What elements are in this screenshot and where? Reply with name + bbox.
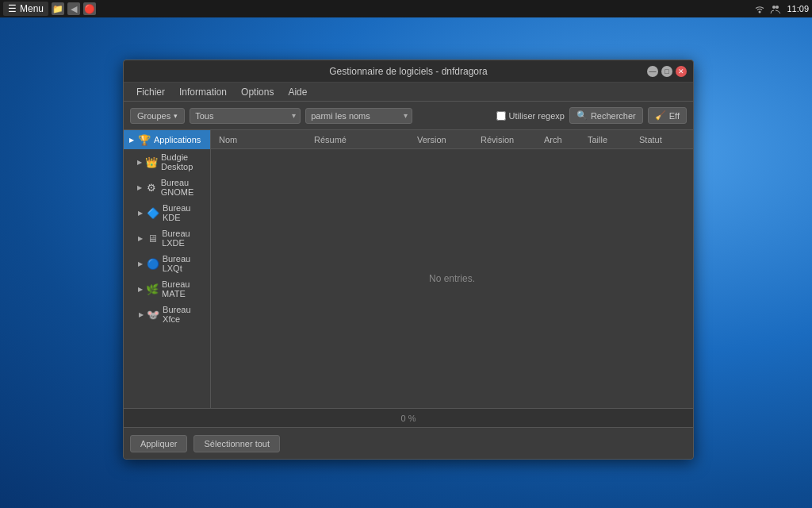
- close-button[interactable]: ✕: [676, 66, 687, 77]
- col-header-statut[interactable]: Statut: [634, 135, 690, 144]
- sidebar-item-label-gnome: Bureau GNOME: [161, 178, 207, 197]
- menubar: Fichier Information Options Aide: [124, 83, 693, 102]
- sidebar-item-kde[interactable]: ▶ 🔷 Bureau KDE: [124, 200, 210, 225]
- window-titlebar: Gestionnaire de logiciels - dnfdragora —…: [124, 60, 693, 83]
- expand-arrow-lxqt-icon: ▶: [136, 259, 145, 268]
- groups-chevron-icon: ▾: [174, 112, 178, 120]
- expand-arrow-lxde-icon: ▶: [136, 233, 144, 243]
- search-label: Rechercher: [591, 111, 636, 121]
- expand-arrow-xfce-icon: ▶: [136, 310, 145, 319]
- taskbar-time: 11:09: [787, 4, 809, 13]
- expand-arrow-mate-icon: ▶: [136, 284, 144, 294]
- expand-arrow-icon: ▶: [127, 135, 136, 144]
- progress-text: 0 %: [401, 414, 416, 423]
- sidebar-item-label-xfce: Bureau Xfce: [163, 305, 207, 324]
- gnome-icon: ⚙: [145, 181, 158, 194]
- regex-label: Utiliser regexp: [509, 111, 565, 121]
- search-button[interactable]: 🔍 Rechercher: [569, 107, 643, 124]
- groups-dropdown-button[interactable]: Groupes ▾: [130, 108, 185, 124]
- sidebar-item-mate[interactable]: ▶ 🌿 Bureau MATE: [124, 276, 210, 302]
- menu-label: Menu: [20, 3, 44, 14]
- svg-point-0: [759, 11, 761, 13]
- files-icon: 📁: [52, 4, 63, 14]
- toolbar: Groupes ▾ Tous Installés Non installés M…: [124, 102, 693, 130]
- groups-label: Groupes: [137, 111, 170, 121]
- taskbar-right: 11:09: [753, 2, 809, 15]
- lxde-icon: 🖥: [146, 232, 159, 244]
- expand-arrow-gnome-icon: ▶: [136, 183, 144, 192]
- taskbar-left: ☰ Menu 📁 ◀ 🔴: [3, 2, 96, 16]
- svg-point-1: [772, 6, 776, 9]
- menu-aide[interactable]: Aide: [282, 85, 313, 99]
- app-icon: 🔴: [84, 4, 95, 14]
- taskbar-back-icon[interactable]: ◀: [67, 2, 80, 15]
- search-type-wrapper: parmi les noms parmi les résumés parmi l…: [305, 108, 412, 124]
- taskbar-app-icon[interactable]: 🔴: [83, 2, 96, 15]
- col-header-taille[interactable]: Taille: [583, 135, 634, 144]
- sidebar-item-label-budgie: Budgie Desktop: [161, 152, 207, 171]
- clear-label: Eff: [669, 111, 680, 121]
- sidebar-item-gnome[interactable]: ▶ ⚙ Bureau GNOME: [124, 175, 210, 200]
- applications-icon: 🏆: [138, 133, 151, 146]
- menu-options[interactable]: Options: [235, 85, 280, 99]
- taskbar-files-icon[interactable]: 📁: [52, 2, 64, 15]
- col-header-resume[interactable]: Résumé: [309, 135, 412, 144]
- sidebar-item-label-mate: Bureau MATE: [162, 279, 207, 298]
- clear-icon: 🧹: [655, 110, 666, 121]
- apply-button[interactable]: Appliquer: [130, 435, 187, 452]
- empty-message: No entries.: [429, 273, 475, 284]
- sidebar-item-label-lxqt: Bureau LXQt: [163, 254, 207, 273]
- col-header-nom[interactable]: Nom: [214, 135, 309, 144]
- budgie-icon: 👑: [145, 156, 158, 168]
- column-headers: Nom Résumé Version Révision Arch Taille …: [211, 130, 693, 149]
- status-bar: 0 %: [124, 408, 693, 427]
- col-header-revision[interactable]: Révision: [476, 135, 539, 144]
- minimize-button[interactable]: —: [647, 66, 658, 77]
- sidebar-item-lxqt[interactable]: ▶ 🔵 Bureau LXQt: [124, 251, 210, 276]
- mate-icon: 🌿: [146, 283, 159, 295]
- sidebar-item-label-kde: Bureau KDE: [163, 203, 207, 222]
- taskbar: ☰ Menu 📁 ◀ 🔴: [0, 0, 812, 17]
- sidebar-item-budgie[interactable]: ▶ 👑 Budgie Desktop: [124, 149, 210, 175]
- content-area: ▶ 🏆 Applications ▶ 👑 Budgie Desktop ▶ ⚙ …: [124, 130, 693, 408]
- svg-point-2: [776, 6, 779, 9]
- menu-icon: ☰: [8, 3, 17, 14]
- expand-arrow-budgie-icon: ▶: [136, 157, 144, 167]
- lxqt-icon: 🔵: [147, 257, 159, 270]
- package-list: No entries.: [211, 149, 693, 408]
- users-icon[interactable]: [769, 2, 782, 15]
- xfce-icon: 🐭: [147, 308, 159, 321]
- systray: [753, 2, 782, 15]
- expand-arrow-kde-icon: ▶: [136, 208, 145, 217]
- regex-checkbox[interactable]: [496, 111, 506, 121]
- sidebar-item-label-applications: Applications: [154, 135, 201, 144]
- kde-icon: 🔷: [147, 206, 159, 219]
- main-panel: Nom Résumé Version Révision Arch Taille …: [211, 130, 693, 408]
- menu-button[interactable]: ☰ Menu: [3, 2, 48, 16]
- menu-fichier[interactable]: Fichier: [130, 85, 171, 99]
- window-title: Gestionnaire de logiciels - dnfdragora: [170, 66, 647, 77]
- sidebar-item-applications[interactable]: ▶ 🏆 Applications: [124, 130, 210, 149]
- select-all-button[interactable]: Sélectionner tout: [193, 435, 280, 452]
- back-icon: ◀: [71, 4, 77, 14]
- main-window: Gestionnaire de logiciels - dnfdragora —…: [123, 60, 694, 460]
- window-controls: — □ ✕: [647, 66, 687, 77]
- col-header-arch[interactable]: Arch: [539, 135, 583, 144]
- menu-information[interactable]: Information: [173, 85, 233, 99]
- network-icon[interactable]: [753, 2, 766, 15]
- bottom-bar: Appliquer Sélectionner tout: [124, 427, 693, 459]
- sidebar-item-label-lxde: Bureau LXDE: [162, 229, 207, 248]
- search-type-select[interactable]: parmi les noms parmi les résumés parmi l…: [305, 108, 412, 124]
- sidebar: ▶ 🏆 Applications ▶ 👑 Budgie Desktop ▶ ⚙ …: [124, 130, 211, 408]
- sidebar-item-lxde[interactable]: ▶ 🖥 Bureau LXDE: [124, 225, 210, 251]
- sidebar-item-xfce[interactable]: ▶ 🐭 Bureau Xfce: [124, 302, 210, 327]
- maximize-button[interactable]: □: [661, 66, 672, 77]
- filter-select[interactable]: Tous Installés Non installés Mises à jou…: [190, 108, 301, 124]
- regex-checkbox-label[interactable]: Utiliser regexp: [496, 111, 565, 121]
- filter-select-wrapper: Tous Installés Non installés Mises à jou…: [190, 108, 301, 124]
- col-header-version[interactable]: Version: [412, 135, 476, 144]
- clear-button[interactable]: 🧹 Eff: [648, 107, 687, 124]
- search-icon: 🔍: [576, 110, 588, 121]
